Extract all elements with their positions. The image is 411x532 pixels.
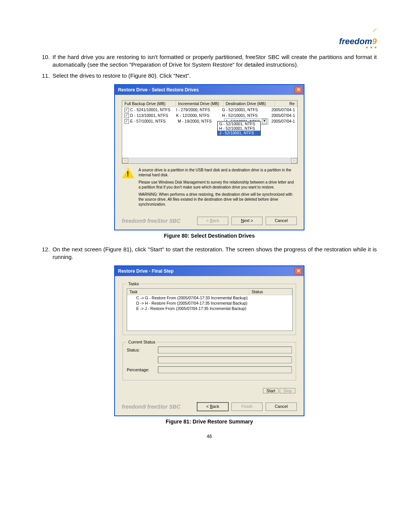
dropdown-option[interactable]: H - 52/10001, NTFS (218, 126, 260, 131)
warning-icon (122, 168, 135, 209)
step-12: 12. On the next screen (Figure 81), clic… (42, 246, 377, 261)
back-button[interactable]: < Back (197, 403, 228, 411)
tasks-fieldset: Tasks Task Status C -> G - Restore From … (123, 281, 296, 335)
figure-caption: Figure 81: Drive Restore Summary (42, 419, 377, 425)
checkbox-icon[interactable]: ✓ (124, 113, 129, 118)
restore-select-dialog: Restore Drive - Select Restore Drives ✕ … (114, 84, 304, 230)
dialog-title: Restore Drive - Select Restore Drives (118, 87, 199, 93)
table-row[interactable]: C -> G - Restore From (2005/07/04-17:33 … (127, 295, 292, 300)
current-status-legend: Current Status (127, 340, 157, 344)
col-task[interactable]: Task (127, 289, 249, 295)
stop-button[interactable]: Stop (280, 388, 295, 393)
logo-arc: ◜ (373, 27, 377, 36)
step-10: 10. If the hard drive you are restoring … (42, 53, 377, 69)
cancel-button[interactable]: Cancel (266, 403, 297, 411)
table-row[interactable]: D -> H - Restore From (2005/07/04-17:35 … (127, 300, 292, 306)
close-icon[interactable]: ✕ (295, 268, 302, 275)
titlebar: Restore Drive - Final Step ✕ (115, 266, 304, 276)
current-status-fieldset: Current Status Status: Percentage: (123, 340, 296, 380)
cancel-button[interactable]: Cancel (266, 217, 297, 225)
status-field-2 (158, 356, 292, 363)
logo-dots: • • • (339, 46, 377, 49)
page-number: 46 (42, 434, 377, 439)
col-status[interactable]: Status (249, 289, 292, 295)
tasks-table: Task Status C -> G - Restore From (2005/… (127, 288, 293, 331)
col-full-backup[interactable]: Full Backup Drive (MB) (122, 101, 176, 107)
col-destination[interactable]: Destination Drive (MB) (223, 101, 275, 107)
step-text: If the hard drive you are restoring to i… (53, 53, 377, 69)
titlebar: Restore Drive - Select Restore Drives ✕ (115, 85, 304, 95)
next-button[interactable]: Next > (231, 217, 263, 225)
restore-final-dialog: Restore Drive - Final Step ✕ Tasks Task … (114, 265, 304, 416)
horizontal-scrollbar[interactable]: ‹ › (122, 158, 297, 163)
checkbox-icon[interactable]: ✓ (124, 119, 129, 124)
table-row[interactable]: ✓E - 57/10001, NTFS M - 19/2000, NTFS J … (122, 118, 297, 125)
close-icon[interactable]: ✕ (295, 86, 302, 93)
figure-caption: Figure 80: Select Destination Drives (42, 233, 377, 239)
status-label: Status: (127, 348, 153, 352)
brand-logo: ◜ freedom9 • • • (339, 27, 377, 49)
start-button[interactable]: Start (263, 388, 279, 393)
back-button[interactable]: < Back (197, 217, 228, 225)
step-text: Select the drives to restore to (Figure … (53, 72, 191, 80)
table-row[interactable]: ✓C - 5241/10001, NTFS I - 279/2000, NTFS… (122, 107, 297, 113)
finish-button[interactable]: Finish (231, 403, 263, 411)
col-incremental[interactable]: Incremental Drive (MB) (176, 101, 223, 107)
col-re[interactable]: Re (275, 101, 297, 107)
dropdown-option[interactable]: G - 52/10001, NTFS (218, 121, 260, 126)
dialog-title: Restore Drive - Final Step (118, 268, 174, 274)
drive-table: Full Backup Drive (MB) Incremental Drive… (122, 100, 298, 164)
dropdown-option-selected[interactable]: J - 52/10001, NTFS (218, 131, 260, 135)
info-text: A source drive is a partition in the USB… (139, 168, 297, 209)
table-row[interactable]: ✓D - 113/10001, NTFS K - 12/2000, NTFS H… (122, 113, 297, 118)
percentage-label: Percentage: (127, 367, 153, 372)
chevron-down-icon[interactable]: ▼ (262, 119, 267, 124)
footer-brand: freedom9 freeStor SBC (122, 404, 180, 410)
table-row[interactable]: E -> J - Restore From (2005/07/04-17:35 … (127, 306, 292, 311)
dropdown-list[interactable]: G - 52/10001, NTFS H - 52/10001, NTFS J … (217, 121, 261, 136)
status-field (158, 347, 292, 353)
step-text: On the next screen (Figure 81), click "S… (53, 246, 377, 261)
footer-brand: freedom9 freeStor SBC (122, 218, 180, 224)
step-number: 11. (42, 72, 53, 80)
checkbox-icon[interactable]: ✓ (124, 108, 129, 112)
scroll-right-icon[interactable]: › (291, 158, 297, 163)
percentage-field (158, 366, 292, 373)
step-11: 11. Select the drives to restore to (Fig… (42, 72, 377, 80)
step-number: 10. (42, 53, 53, 69)
tasks-legend: Tasks (127, 281, 140, 286)
step-number: 12. (42, 246, 53, 261)
scroll-left-icon[interactable]: ‹ (122, 158, 128, 163)
